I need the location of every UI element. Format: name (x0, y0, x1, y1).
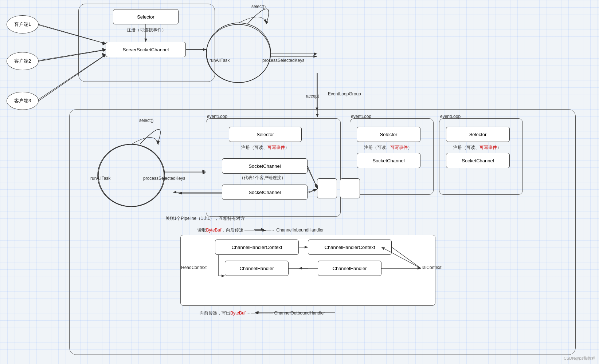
svg-text:accept: accept (306, 94, 319, 99)
top-selector-box: Selector (113, 9, 179, 24)
channel-handler-ctx-1: ChannelHandlerContext (215, 240, 299, 255)
selector-inner-2: Selector (357, 127, 420, 142)
associate-label: 关联1个Pipeline（1比1），互相持有对方 (136, 215, 274, 222)
diagram-container: select() processSelectedKeys runAllTask … (0, 0, 599, 364)
selector-inner-1: Selector (229, 127, 302, 142)
channel-handler-2: ChannelHandler (318, 261, 381, 276)
watermark: CSDN@ps酱教程 (564, 356, 595, 361)
small-box-1 (317, 178, 337, 198)
channel-handler-ctx-2: ChannelHandlerContext (308, 240, 392, 255)
register-label-1: 注册（可读、可写事件） (220, 145, 310, 151)
socket-channel-2: SocketChannel (222, 185, 308, 200)
socket-channel-sub-label: （代表1个客户端连接） (218, 175, 307, 181)
client2-label: 客户端2 (14, 58, 31, 64)
svg-point-36 (206, 24, 270, 83)
socket-channel-4: SocketChannel (446, 153, 510, 168)
small-box-2 (340, 178, 360, 198)
channel-handler-1: ChannelHandler (225, 261, 289, 276)
top-selector-label: Selector (137, 14, 154, 20)
server-socket-channel-label: ServerSocketChannel (123, 47, 169, 52)
client1-label: 客户端1 (14, 21, 31, 28)
register-label-2: 注册（可读、可写事件） (350, 145, 426, 151)
eventloop-label-3: eventLoop (440, 114, 461, 119)
svg-text:processSelectedKeys: processSelectedKeys (262, 58, 304, 63)
client3-label: 客户端3 (14, 98, 31, 104)
write-bytebuf-label: 向前传递，写出ByteBuf ←————— ChannelOutboundHan… (184, 310, 341, 316)
tail-context-label: TaiContext (421, 265, 442, 270)
svg-point-6 (207, 23, 271, 83)
eventloop-label-2: eventLoop (351, 114, 371, 119)
svg-text:EventLoopGroup: EventLoopGroup (328, 91, 361, 96)
eventloop-label-1: eventLoop (207, 114, 227, 119)
read-bytebuf-label: 读取ByteBuf，向后传递 ——————→ ChannelInboundHan… (184, 227, 337, 233)
register-label-3: 注册（可读、可写事件） (439, 145, 516, 151)
socket-channel-3: SocketChannel (357, 153, 420, 168)
svg-text:select(): select() (251, 4, 266, 9)
head-context-label: HeadContext (181, 265, 207, 270)
client3-ellipse: 客户端3 (7, 92, 39, 110)
top-server-socket-channel: ServerSocketChannel (106, 42, 186, 57)
socket-channel-1: SocketChannel (222, 158, 308, 174)
client2-ellipse: 客户端2 (7, 52, 39, 70)
client1-ellipse: 客户端1 (7, 15, 39, 33)
top-register-label: 注册（可连接事件） (106, 27, 187, 33)
selector-inner-3: Selector (446, 127, 510, 142)
